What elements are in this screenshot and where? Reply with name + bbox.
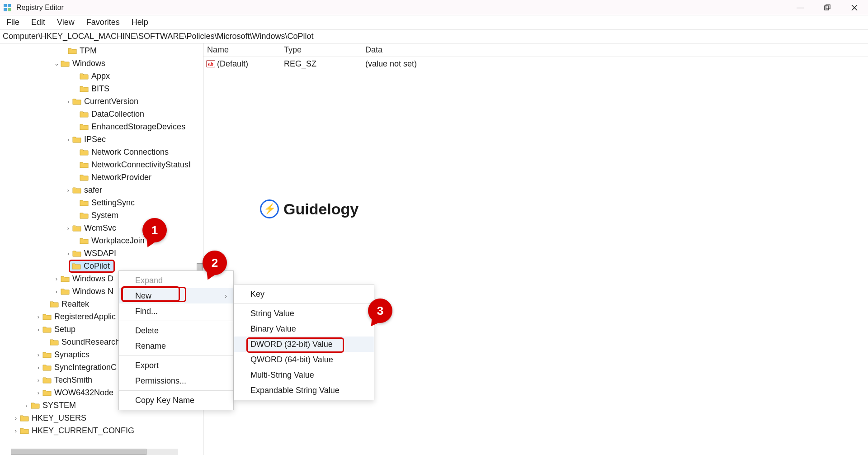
chevron-right-icon[interactable]: › [52,288,61,295]
chevron-right-icon[interactable]: › [64,187,72,194]
lightning-icon: ⚡ [260,199,279,218]
close-button[interactable] [841,0,868,15]
tree-item-copilot-selected[interactable]: CoPilot [69,260,115,273]
tree-item-networkconnections[interactable]: Network Connections [91,147,169,157]
tree-item-syncintegration[interactable]: SyncIntegrationC [54,363,117,372]
ctx-new-qword[interactable]: QWORD (64-bit) Value [234,352,374,367]
chevron-right-icon[interactable]: › [34,364,42,371]
svg-rect-3 [8,8,11,11]
list-header: Name Type Data [203,43,868,57]
maximize-button[interactable] [814,0,841,15]
address-bar[interactable]: Computer\HKEY_LOCAL_MACHINE\SOFTWARE\Pol… [0,30,868,43]
tree-item-tpm[interactable]: TPM [80,46,97,56]
tree-item-enhancedstoragedevices[interactable]: EnhancedStorageDevices [91,122,185,132]
tree-item-safer[interactable]: safer [84,185,102,195]
svg-rect-5 [826,5,830,9]
column-header-data[interactable]: Data [365,45,382,55]
ctx-new-expandablestring[interactable]: Expandable String Value [234,383,374,398]
tree-item-networkprovider[interactable]: NetworkProvider [91,173,151,182]
context-menu-new: Key String Value Binary Value DWORD (32-… [234,284,374,400]
menu-view[interactable]: View [57,18,75,27]
tree-item-copilot: CoPilot [84,261,110,271]
tree-item-hkey-current-config[interactable]: HKEY_CURRENT_CONFIG [32,426,134,436]
regsz-icon: ab [206,60,215,67]
menubar: File Edit View Favorites Help [0,15,868,30]
list-row[interactable]: ab(Default) REG_SZ (value not set) [203,57,868,71]
chevron-right-icon[interactable]: › [12,427,20,434]
svg-rect-0 [4,4,7,7]
tree-item-settingsync[interactable]: SettingSync [91,198,135,208]
minimize-button[interactable]: — [787,0,814,15]
ctx-copy-key-name[interactable]: Copy Key Name [119,393,233,408]
menu-edit[interactable]: Edit [31,18,45,27]
ctx-delete[interactable]: Delete [119,323,233,338]
ctx-new-key[interactable]: Key [234,286,374,302]
ctx-new[interactable]: New› [119,288,233,303]
column-header-type[interactable]: Type [284,45,365,55]
ctx-new-multistring[interactable]: Multi-String Value [234,367,374,383]
tree-item-bits[interactable]: BITS [91,84,109,94]
tree-item-system[interactable]: System [91,211,118,220]
tree-item-system-hive[interactable]: SYSTEM [42,401,76,410]
svg-rect-2 [4,8,7,11]
tree-item-wow6432node[interactable]: WOW6432Node [54,388,113,398]
chevron-down-icon[interactable]: ⌄ [52,60,61,67]
svg-rect-1 [8,4,11,7]
tree-item-ipsec[interactable]: IPSec [84,135,106,144]
chevron-right-icon[interactable]: › [34,326,42,333]
tree-item-datacollection[interactable]: DataCollection [91,109,144,119]
tree-item-synaptics[interactable]: Synaptics [54,350,90,360]
window-title: Registry Editor [16,4,64,12]
tree-item-techsmith[interactable]: TechSmith [54,375,92,385]
tree-horizontal-scrollbar[interactable] [11,449,178,455]
chevron-right-icon[interactable]: › [34,351,42,358]
annotation-badge-3: 3 [368,299,392,323]
chevron-right-icon[interactable]: › [34,389,42,396]
tree-item-currentversion[interactable]: CurrentVersion [84,97,138,106]
tree-item-hkey-users[interactable]: HKEY_USERS [32,413,86,423]
chevron-right-icon[interactable]: › [12,415,20,422]
ctx-rename[interactable]: Rename [119,338,233,354]
tree-item-registeredapplications[interactable]: RegisteredApplic [54,312,116,322]
menu-help[interactable]: Help [132,18,148,27]
tree-item-networkconnectivitystatus[interactable]: NetworkConnectivityStatusI [91,160,191,170]
watermark-logo: ⚡ Guidelogy [260,199,359,218]
tree-horizontal-scrollbar-thumb[interactable] [11,449,146,455]
menu-favorites[interactable]: Favorites [86,18,120,27]
chevron-right-icon[interactable]: › [34,313,42,320]
value-data: (value not set) [365,59,417,69]
ctx-find[interactable]: Find... [119,303,233,319]
tree-item-appx[interactable]: Appx [91,71,110,81]
tree-item-windows-n[interactable]: Windows N [72,287,113,296]
context-menu-key: Expand New› Find... Delete Rename Export… [118,270,234,410]
ctx-export[interactable]: Export [119,358,233,373]
address-text: Computer\HKEY_LOCAL_MACHINE\SOFTWARE\Pol… [3,32,314,41]
chevron-right-icon[interactable]: › [34,377,42,384]
tree-item-wsdapi[interactable]: WSDAPI [84,249,116,258]
tree-item-setup[interactable]: Setup [54,325,75,334]
chevron-right-icon[interactable]: › [23,402,31,409]
tree-item-windows[interactable]: Windows [72,59,105,68]
svg-rect-4 [825,6,829,10]
menu-file[interactable]: File [6,18,19,27]
tree-item-wcmsvc[interactable]: WcmSvc [84,223,116,233]
titlebar: Registry Editor — [0,0,868,15]
watermark-text: Guidelogy [283,200,359,218]
ctx-permissions[interactable]: Permissions... [119,373,233,389]
tree-item-windows-d[interactable]: Windows D [72,274,113,284]
tree-item-workplacejoin[interactable]: WorkplaceJoin [91,236,145,246]
chevron-right-icon[interactable]: › [64,98,72,105]
chevron-right-icon[interactable]: › [52,275,61,282]
chevron-right-icon[interactable]: › [64,136,72,143]
ctx-new-dword[interactable]: DWORD (32-bit) Value [234,337,374,352]
column-header-name[interactable]: Name [207,45,284,55]
chevron-right-icon[interactable]: › [64,225,72,232]
chevron-right-icon[interactable]: › [64,250,72,257]
value-name: (Default) [217,59,248,69]
regedit-app-icon [3,3,12,12]
chevron-right-icon: › [225,292,227,299]
tree-item-soundresearch[interactable]: SoundResearch [61,337,120,347]
tree-item-realtek[interactable]: Realtek [61,299,89,309]
ctx-new-binary[interactable]: Binary Value [234,321,374,337]
ctx-new-string[interactable]: String Value [234,306,374,321]
